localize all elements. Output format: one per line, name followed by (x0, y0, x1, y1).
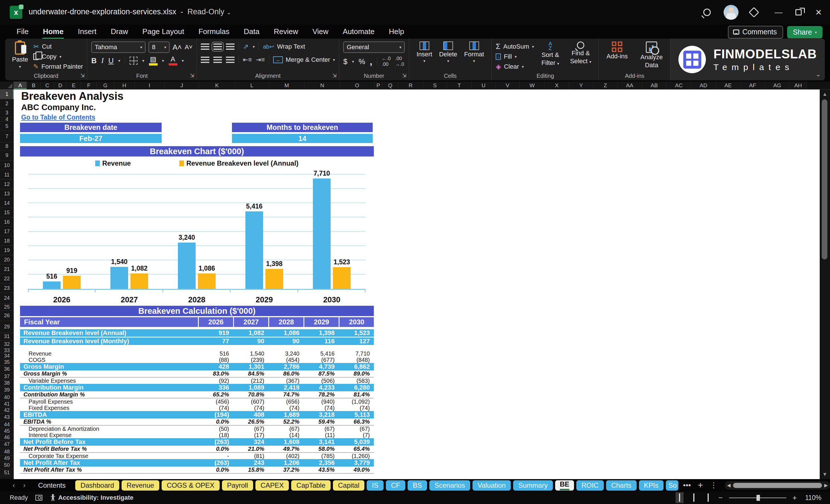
cell-value[interactable]: (18) (198, 432, 233, 439)
column-header-AG[interactable]: AG (765, 82, 790, 89)
cell-value[interactable]: (402) (268, 453, 304, 460)
column-header-W[interactable]: W (520, 82, 545, 89)
percent-button[interactable]: % (359, 57, 365, 66)
row-label[interactable]: Contribution Margin % (20, 391, 198, 398)
cell-value[interactable]: 87.5% (304, 371, 339, 377)
menu-tab-draw[interactable]: Draw (105, 26, 133, 38)
increase-decimal-button[interactable]: ←.0.00 (382, 56, 391, 67)
column-header-C[interactable]: C (41, 82, 54, 89)
cell-value[interactable]: 21.0% (233, 446, 268, 452)
select-all-corner[interactable] (0, 82, 14, 89)
analyze-data-button[interactable]: Analyze Data (637, 41, 666, 72)
delete-cells-button[interactable]: Delete▾ (436, 41, 461, 72)
horizontal-scrollbar[interactable]: ◀ ▶ (725, 481, 830, 490)
zoom-slider-knob[interactable] (757, 495, 760, 501)
cell-value[interactable]: 65.4% (339, 446, 374, 452)
cell-value[interactable]: 83.0% (198, 371, 233, 377)
row-header-29[interactable]: 29 (0, 321, 14, 333)
fiscal-year-2029[interactable]: 2029 (304, 317, 339, 327)
row-header-1[interactable]: 1 (0, 90, 14, 99)
column-header-AC[interactable]: AC (667, 82, 691, 89)
row-header-41[interactable]: 41 (0, 401, 14, 407)
minimize-button[interactable]: — (770, 5, 787, 20)
cell-value[interactable]: (74) (304, 405, 339, 411)
column-header-Z[interactable]: Z (594, 82, 617, 89)
cell-value[interactable]: 2,786 (268, 363, 304, 371)
row-label[interactable]: EBITDA % (20, 418, 198, 425)
row-header-44[interactable]: 44 (0, 421, 14, 428)
sheet-tab-revenue[interactable]: Revenue (122, 480, 159, 491)
zoom-in-button[interactable]: + (793, 494, 797, 502)
row-label[interactable]: EBITDA (20, 411, 198, 418)
column-header-AD[interactable]: AD (691, 82, 716, 89)
row-header-49[interactable]: 49 (0, 455, 14, 462)
column-header-AF[interactable]: AF (740, 82, 765, 89)
row-label[interactable]: Net Profit Before Tax (20, 438, 198, 446)
cell-value[interactable]: 1,523 (339, 329, 374, 337)
fiscal-year-2027[interactable]: 2027 (233, 317, 268, 327)
horizontal-scroll-thumb[interactable] (733, 483, 822, 488)
cell-value[interactable]: 89.0% (339, 371, 374, 377)
cut-button[interactable]: ✂Cut (33, 41, 83, 52)
bold-button[interactable]: B (91, 56, 97, 65)
cell-value[interactable]: 77 (198, 338, 233, 345)
row-header-15[interactable]: 15 (0, 208, 14, 217)
cell-value[interactable]: 1,689 (268, 411, 304, 418)
row-label[interactable]: Corporate Tax Expense (20, 453, 198, 460)
cell-value[interactable]: 4,233 (304, 384, 339, 391)
cell-value[interactable]: (677) (304, 357, 339, 363)
cell-value[interactable]: 37.2% (268, 467, 304, 473)
cell-value[interactable]: (656) (268, 399, 304, 405)
currency-button[interactable]: $ (343, 57, 347, 66)
column-header-B[interactable]: B (27, 82, 41, 89)
comma-button[interactable]: , (370, 56, 372, 67)
column-header-AH[interactable]: AH (790, 82, 807, 89)
sheet-tab-summary[interactable]: Summary (513, 480, 553, 491)
row-header-2[interactable]: 2 (0, 99, 14, 108)
row-label[interactable]: Net Profit Before Tax % (20, 446, 198, 452)
cell-value[interactable]: 0.0% (198, 467, 233, 473)
column-header-Y[interactable]: Y (569, 82, 594, 89)
cell-value[interactable]: (67) (268, 426, 304, 432)
row-label[interactable]: Revenue Breakeven level (Annual) (20, 329, 198, 337)
column-header-X[interactable]: X (545, 82, 569, 89)
cell-value[interactable]: 52.2% (268, 418, 304, 425)
sheet-tab-capex[interactable]: CAPEX (255, 480, 289, 491)
column-header-O[interactable]: O (340, 82, 374, 89)
cell-value[interactable]: 26.5% (233, 418, 268, 425)
column-header-R[interactable]: R (398, 82, 423, 89)
row-header-46[interactable]: 46 (0, 435, 14, 441)
row-header-5[interactable]: 5 (0, 122, 14, 131)
cell-value[interactable]: 59.4% (304, 418, 339, 425)
cell-value[interactable]: 3,218 (304, 411, 339, 418)
cell-value[interactable]: 2,419 (268, 384, 304, 391)
collapse-ribbon-button[interactable]: ⌄ (816, 71, 821, 78)
column-header-M[interactable]: M (269, 82, 305, 89)
cell-value[interactable]: 5,039 (339, 438, 374, 446)
paste-button[interactable]: Paste▾ (9, 41, 31, 72)
row-header-37[interactable]: 37 (0, 373, 14, 380)
cell-value[interactable]: (74) (233, 405, 268, 411)
cell-value[interactable]: 58.0% (304, 446, 339, 452)
menu-tab-help[interactable]: Help (384, 26, 409, 38)
column-header-K[interactable]: K (199, 82, 235, 89)
fiscal-year-2028[interactable]: 2028 (268, 317, 304, 327)
format-cells-button[interactable]: Format▾ (461, 41, 488, 72)
scroll-up-arrow[interactable]: ▲ (820, 91, 830, 97)
addins-button[interactable]: Add-ins (603, 41, 631, 72)
cell-value[interactable]: (74) (339, 405, 374, 411)
vertical-scrollbar[interactable]: ▲ ▼ (820, 90, 830, 479)
cell-value[interactable]: (1,092) (339, 399, 374, 405)
row-header-34[interactable]: 34 (0, 353, 14, 359)
column-header-P[interactable]: P (374, 82, 382, 89)
cell-value[interactable]: 127 (339, 338, 374, 345)
sheet-tab-payroll[interactable]: Payroll (222, 480, 253, 491)
number-format-select[interactable]: General▾ (343, 41, 405, 53)
cell-value[interactable]: 3,240 (268, 350, 304, 357)
tab-scroll-back[interactable]: ‹ (10, 481, 18, 490)
cell-value[interactable]: (67) (304, 426, 339, 432)
column-header-J[interactable]: J (164, 82, 199, 89)
cell-value[interactable]: 0.0% (198, 446, 233, 452)
sheet-tab-dashboard[interactable]: Dashboard (75, 480, 119, 491)
row-header-7[interactable]: 7 (0, 131, 14, 143)
